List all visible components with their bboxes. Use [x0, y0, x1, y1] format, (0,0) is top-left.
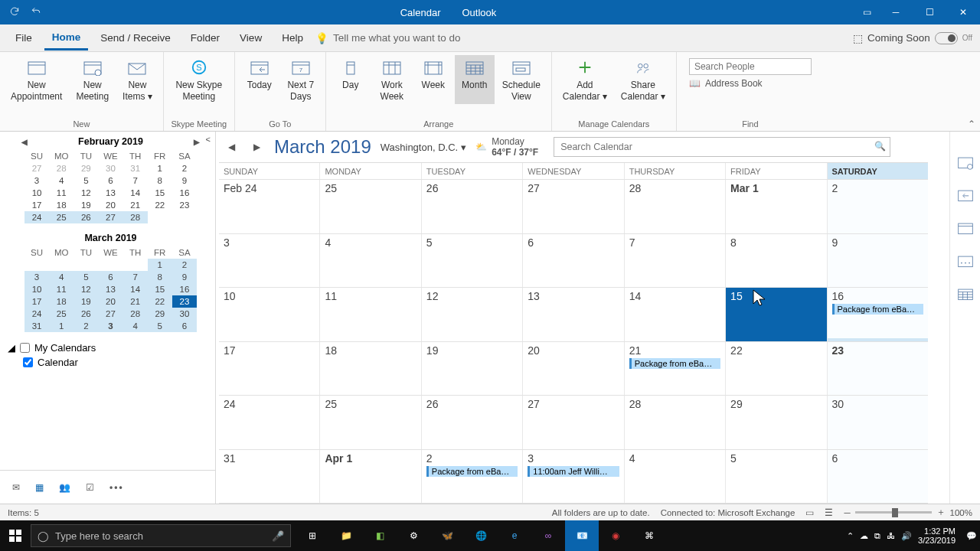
app-icon-2[interactable]: 🦋: [430, 520, 464, 551]
steam-icon[interactable]: ⚙: [397, 520, 430, 551]
more-nav-icon[interactable]: •••: [109, 482, 124, 493]
mini-day[interactable]: 6: [98, 174, 122, 187]
next-month-button[interactable]: ▶: [249, 140, 265, 154]
mini-day[interactable]: [172, 211, 197, 223]
calendar-day-cell[interactable]: 17: [219, 342, 320, 396]
mini-day[interactable]: 11: [49, 283, 74, 295]
mini-day[interactable]: 17: [24, 199, 49, 211]
work-week-button[interactable]: WorkWeek: [372, 55, 412, 104]
dropbox-icon[interactable]: ⧉: [874, 531, 880, 541]
edge-icon[interactable]: e: [498, 520, 531, 551]
month-view-button[interactable]: Month: [455, 55, 495, 104]
mini-day[interactable]: 4: [49, 271, 74, 283]
vs-icon[interactable]: ∞: [531, 520, 565, 551]
mini-day[interactable]: 21: [123, 295, 148, 308]
task-view-icon[interactable]: ⊞: [296, 520, 329, 551]
calendar-day-cell[interactable]: 3: [219, 234, 320, 288]
mini-day[interactable]: 2: [172, 162, 197, 174]
calendar-day-cell[interactable]: 6: [523, 234, 624, 288]
mini-day[interactable]: [24, 259, 49, 271]
mini-day[interactable]: 7: [123, 174, 148, 187]
mini-next-icon[interactable]: ▶: [194, 138, 200, 146]
schedule-view-button[interactable]: ScheduleView: [496, 55, 547, 104]
calendar-day-cell[interactable]: 19: [422, 342, 523, 396]
start-button[interactable]: [0, 530, 31, 542]
mini-day[interactable]: 1: [148, 162, 172, 174]
mini-day[interactable]: 22: [148, 295, 172, 308]
peek-month-icon[interactable]: [957, 286, 974, 304]
network-icon[interactable]: 🖧: [887, 531, 895, 540]
week-view-button[interactable]: Week: [413, 55, 453, 104]
tab-home[interactable]: Home: [44, 26, 89, 51]
calendar-day-cell[interactable]: 23: [828, 342, 928, 396]
search-people-input[interactable]: [689, 58, 812, 75]
ribbon-display-icon[interactable]: ▭: [855, 7, 879, 18]
peek-week-icon[interactable]: [957, 253, 974, 271]
mini-day[interactable]: 10: [24, 187, 49, 199]
mini-day[interactable]: [49, 259, 74, 271]
mini-day[interactable]: 11: [49, 187, 74, 199]
prev-month-button[interactable]: ◀: [224, 140, 240, 154]
calendar-day-cell[interactable]: 28: [625, 396, 726, 449]
mini-day[interactable]: 30: [98, 162, 122, 174]
app-icon-3[interactable]: ◉: [599, 520, 632, 551]
calendar-day-cell[interactable]: 12: [422, 288, 523, 341]
calendar-day-cell[interactable]: 27: [523, 180, 624, 233]
calendar-day-cell[interactable]: 25: [320, 180, 421, 233]
mini-day[interactable]: 28: [49, 162, 74, 174]
tab-view[interactable]: View: [232, 27, 270, 49]
calendar-day-cell[interactable]: 27: [523, 396, 624, 449]
search-icon[interactable]: 🔍: [874, 141, 886, 152]
calendar-day-cell[interactable]: 18: [320, 342, 421, 396]
new-appointment-button[interactable]: NewAppointment: [5, 55, 68, 104]
chrome-icon[interactable]: 🌐: [464, 520, 498, 551]
system-clock[interactable]: 1:32 PM3/23/2019: [918, 527, 960, 545]
mini-day[interactable]: 5: [74, 174, 98, 187]
mini-day[interactable]: 9: [172, 174, 197, 187]
mini-day[interactable]: 29: [148, 308, 172, 320]
mini-day[interactable]: 1: [49, 320, 74, 332]
calendar-day-cell[interactable]: 15: [726, 288, 827, 341]
maximize-button[interactable]: ☐: [913, 0, 946, 24]
share-calendar-button[interactable]: ShareCalendar ▾: [615, 55, 671, 104]
calendar-day-cell[interactable]: 24: [219, 396, 320, 449]
volume-icon[interactable]: 🔊: [901, 531, 912, 541]
mini-day[interactable]: 21: [123, 199, 148, 211]
mini-day[interactable]: [98, 259, 122, 271]
mini-day[interactable]: 23: [172, 295, 197, 308]
mini-day[interactable]: 28: [123, 308, 148, 320]
zoom-slider[interactable]: ─＋100%: [844, 507, 972, 518]
calendar-day-cell[interactable]: 7: [625, 234, 726, 288]
peek-people-icon[interactable]: [957, 155, 974, 172]
calendar-day-cell[interactable]: Feb 24: [219, 180, 320, 233]
new-items-button[interactable]: NewItems ▾: [116, 55, 158, 104]
mini-day[interactable]: 4: [123, 320, 148, 332]
onedrive-icon[interactable]: ☁: [860, 531, 868, 541]
mini-day[interactable]: 20: [98, 295, 122, 308]
calendar-day-cell[interactable]: 10: [219, 288, 320, 341]
calendar-day-cell[interactable]: 26: [422, 396, 523, 449]
calendar-day-cell[interactable]: 22: [726, 342, 827, 396]
undo-icon[interactable]: [31, 6, 41, 19]
tab-help[interactable]: Help: [274, 27, 311, 49]
mini-day[interactable]: 19: [74, 295, 98, 308]
calendar-day-cell[interactable]: 11: [320, 288, 421, 341]
mini-day[interactable]: 30: [172, 308, 197, 320]
mini-day[interactable]: 13: [98, 187, 122, 199]
address-book-button[interactable]: 📖Address Book: [689, 78, 812, 89]
day-view-button[interactable]: Day: [331, 55, 371, 104]
mini-day[interactable]: 16: [172, 187, 197, 199]
calendar-day-cell[interactable]: 5: [422, 234, 523, 288]
mini-day[interactable]: 8: [148, 174, 172, 187]
mini-day[interactable]: [123, 259, 148, 271]
calendar-day-cell[interactable]: 20: [523, 342, 624, 396]
calendar-day-cell[interactable]: Mar 1: [726, 180, 827, 233]
location-dropdown[interactable]: Washington, D.C.▾: [381, 142, 466, 153]
view-normal-icon[interactable]: ▭: [805, 507, 814, 518]
calendar-day-cell[interactable]: 4: [625, 450, 726, 504]
mini-day[interactable]: 23: [172, 199, 197, 211]
mini-day[interactable]: 6: [172, 320, 197, 332]
app-icon-4[interactable]: ⌘: [632, 520, 666, 551]
mini-day[interactable]: 14: [123, 187, 148, 199]
calendar-day-cell[interactable]: 30: [828, 396, 928, 449]
